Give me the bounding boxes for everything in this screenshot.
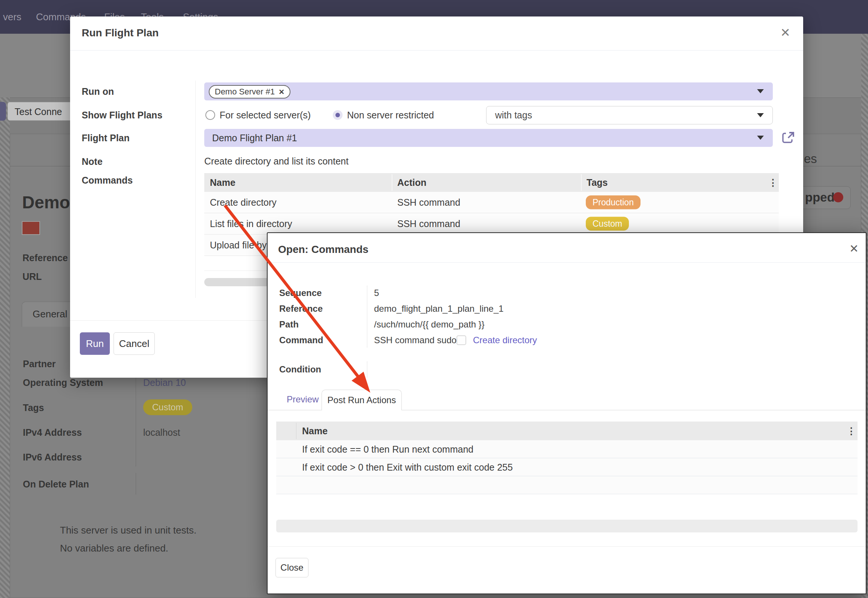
screen: vers Commands Files Tools Settings Test …: [0, 0, 868, 598]
label-commands: Commands: [82, 175, 133, 186]
value-command: SSH command sudo: [374, 335, 456, 345]
table-row[interactable]: List files in directory SSH command Cust…: [204, 213, 779, 235]
label-path: Path: [279, 319, 299, 330]
table-row[interactable]: If exit code > 0 then Exit with custom e…: [276, 458, 858, 476]
horizontal-scrollbar[interactable]: [276, 520, 858, 532]
radio-label-non-server[interactable]: Non server restricted: [347, 110, 434, 121]
close-icon[interactable]: ✕: [849, 242, 859, 255]
value-reference: demo_flight_plan_1_plan_line_1: [374, 303, 504, 314]
modal-footer-divider: [268, 546, 866, 547]
nav-item-servers[interactable]: vers: [3, 0, 21, 34]
field-separator: [136, 473, 136, 495]
chip-remove-icon[interactable]: ✕: [278, 88, 284, 96]
chevron-down-icon[interactable]: [757, 136, 764, 140]
col-header-tags[interactable]: Tags: [587, 177, 608, 188]
with-tags-select[interactable]: with tags: [486, 106, 773, 124]
label-condition: Condition: [279, 364, 321, 375]
page-edge-left: [0, 97, 10, 598]
table-options-icon[interactable]: ⋮: [847, 426, 856, 437]
close-icon[interactable]: ✕: [780, 25, 790, 40]
table-options-icon[interactable]: ⋮: [768, 177, 778, 188]
modal-header-divider: [70, 50, 803, 51]
close-button[interactable]: Close: [275, 558, 308, 577]
modal-header-divider: [268, 262, 866, 263]
os-value-link[interactable]: Debian 10: [143, 377, 186, 388]
radio-label-selected-servers[interactable]: For selected server(s): [220, 110, 311, 121]
field-label-ipv4: IPv4 Address: [23, 427, 82, 438]
field-label-partner: Partner: [23, 359, 56, 369]
table-row[interactable]: If exit code == 0 then Run next command: [276, 440, 858, 458]
header-tab-fragment: es: [804, 152, 817, 166]
cancel-button[interactable]: Cancel: [114, 332, 155, 355]
table-row[interactable]: Create directory SSH command Production: [204, 192, 779, 213]
radio-for-selected-servers[interactable]: [205, 110, 215, 120]
server-chip[interactable]: Demo Server #1 ✕: [209, 85, 290, 99]
label-note: Note: [82, 156, 103, 167]
radio-non-server-restricted[interactable]: [333, 110, 343, 120]
column-divider: [296, 423, 296, 439]
value-path: /such/much/{{ demo_path }}: [374, 319, 485, 330]
command-checkbox[interactable]: [456, 335, 466, 345]
field-separator: [136, 375, 136, 466]
ipv4-value: localhost: [143, 427, 180, 438]
commands-modal-title: Open: Commands: [278, 244, 368, 256]
column-divider: [392, 174, 392, 191]
label-sequence: Sequence: [279, 288, 322, 298]
row-name: If exit code == 0 then Run next command: [302, 444, 473, 454]
col-header-name[interactable]: Name: [210, 177, 235, 188]
row-name: If exit code > 0 then Exit with custom e…: [302, 462, 513, 472]
label-command: Command: [279, 335, 323, 345]
run-modal-title: Run Flight Plan: [82, 27, 159, 39]
table-row-empty: [276, 476, 858, 494]
server-note-line1: This server is used in unit tests.: [60, 525, 196, 536]
external-link-icon[interactable]: [781, 130, 796, 145]
label-flight-plan: Flight Plan: [82, 133, 130, 144]
field-label-on-delete-plan: On Delete Plan: [23, 479, 89, 490]
row-action: SSH command: [397, 218, 460, 229]
post-run-table-header: Name ⋮: [276, 422, 858, 440]
server-chip-label: Demo Server #1: [215, 87, 275, 97]
field-column-divider: [367, 361, 367, 378]
tag-badge-custom: Custom: [586, 217, 629, 231]
field-column-divider: [367, 286, 367, 348]
field-label-ipv6: IPv6 Address: [23, 452, 82, 463]
server-title: Demo: [22, 192, 70, 212]
field-label-os: Operating System: [23, 377, 103, 388]
chevron-down-icon[interactable]: [757, 89, 764, 93]
commands-table-header: Name Action Tags ⋮: [204, 173, 779, 192]
status-label-fragment: pped: [805, 190, 835, 205]
row-action: SSH command: [397, 197, 460, 208]
tag-badge-custom: Custom: [143, 399, 192, 415]
row-name: List files in directory: [210, 218, 292, 229]
flight-plan-note: Create directory and list its content: [204, 156, 349, 167]
field-label-url: URL: [22, 271, 42, 282]
action-button-stub[interactable]: [0, 102, 6, 121]
status-red-dot-icon: [833, 192, 843, 202]
tag-badge-production: Production: [586, 196, 641, 209]
server-note-line2: No variables are defined.: [60, 543, 168, 554]
tab-preview[interactable]: Preview: [287, 394, 319, 405]
label-column-divider: [195, 81, 196, 298]
field-label-tags: Tags: [23, 402, 44, 413]
col-header-name[interactable]: Name: [302, 426, 328, 437]
server-color-swatch[interactable]: [22, 221, 40, 235]
column-divider: [581, 174, 582, 191]
label-reference: Reference: [279, 303, 323, 314]
label-run-on: Run on: [82, 86, 114, 97]
row-name: Create directory: [210, 197, 277, 208]
run-button[interactable]: Run: [80, 332, 110, 355]
label-show-flight-plans: Show Flight Plans: [82, 110, 162, 121]
open-commands-modal: [267, 232, 867, 594]
row-name: Upload file by: [210, 240, 266, 251]
flight-plan-select[interactable]: Demo Flight Plan #1: [204, 129, 773, 147]
field-label-reference: Reference: [22, 253, 68, 263]
chevron-down-icon[interactable]: [757, 113, 764, 117]
create-directory-link[interactable]: Create directory: [473, 335, 537, 345]
value-sequence: 5: [374, 288, 379, 298]
col-header-action[interactable]: Action: [397, 177, 427, 188]
tab-post-run-actions[interactable]: Post Run Actions: [322, 390, 402, 410]
